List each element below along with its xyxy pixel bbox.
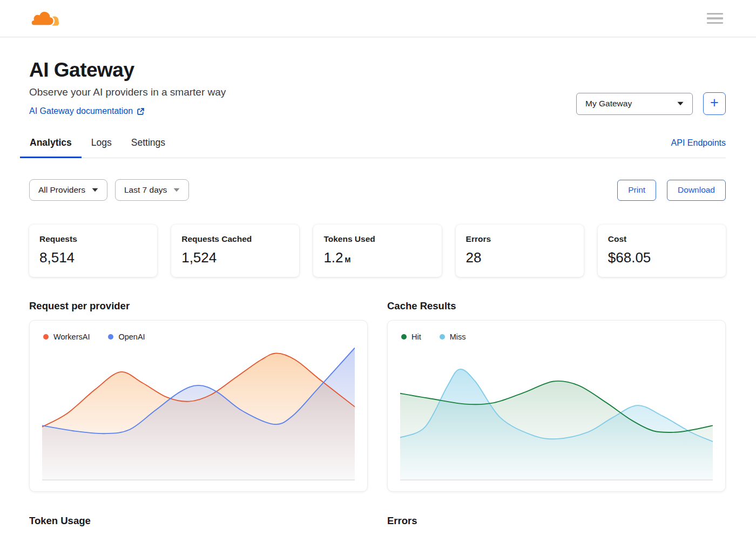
legend-item-openai: OpenAI bbox=[108, 333, 145, 341]
tab-analytics[interactable]: Analytics bbox=[20, 134, 82, 158]
plus-icon: + bbox=[710, 96, 719, 110]
legend-item-hit: Hit bbox=[401, 333, 421, 341]
page-header: AI Gateway Observe your AI providers in … bbox=[29, 59, 726, 116]
documentation-link[interactable]: AI Gateway documentation bbox=[29, 106, 145, 116]
provider-filter-dropdown[interactable]: All Providers bbox=[29, 179, 107, 201]
chart-legend: HitMiss bbox=[401, 333, 713, 341]
stat-card-tokens-used: Tokens Used 1.2M bbox=[313, 225, 441, 277]
legend-dot-icon bbox=[440, 334, 445, 340]
hamburger-menu-button[interactable] bbox=[705, 11, 725, 26]
bottom-section-titles: Token Usage Errors bbox=[29, 515, 726, 527]
hamburger-bar bbox=[707, 17, 723, 19]
chevron-down-icon bbox=[677, 101, 684, 106]
tabs: Analytics Logs Settings bbox=[20, 134, 175, 158]
external-link-icon bbox=[137, 107, 145, 116]
hamburger-bar bbox=[707, 22, 723, 24]
page-subtitle: Observe your AI providers in a smarter w… bbox=[29, 86, 226, 98]
filters-left: All Providers Last 7 days bbox=[29, 179, 189, 201]
cache-results-chart-card: HitMiss bbox=[387, 320, 726, 492]
chevron-down-icon bbox=[173, 188, 180, 192]
page-header-left: AI Gateway Observe your AI providers in … bbox=[29, 59, 226, 116]
cloudflare-logo-front-cloud bbox=[31, 11, 53, 25]
chart-legend: WorkersAIOpenAI bbox=[43, 333, 355, 341]
top-bar bbox=[0, 0, 756, 37]
main-content: AI Gateway Observe your AI providers in … bbox=[0, 59, 756, 527]
legend-label: OpenAI bbox=[118, 333, 145, 341]
cloudflare-logo bbox=[31, 10, 60, 27]
legend-item-miss: Miss bbox=[440, 333, 466, 341]
request-per-provider-chart-card: WorkersAIOpenAI bbox=[29, 320, 368, 492]
stat-value: $68.05 bbox=[608, 249, 716, 266]
legend-label: Miss bbox=[450, 333, 466, 341]
stat-card-requests: Requests 8,514 bbox=[29, 225, 157, 277]
legend-label: Hit bbox=[411, 333, 421, 341]
chart-title: Cache Results bbox=[387, 300, 726, 312]
tab-logs[interactable]: Logs bbox=[82, 134, 122, 158]
download-button[interactable]: Download bbox=[667, 180, 726, 201]
stat-card-cost: Cost $68.05 bbox=[598, 225, 726, 277]
chart-title: Request per provider bbox=[29, 300, 368, 312]
errors-title: Errors bbox=[387, 515, 726, 527]
legend-dot-icon bbox=[401, 334, 407, 340]
stat-value: 28 bbox=[466, 249, 573, 266]
tab-bar: Analytics Logs Settings API Endpoints bbox=[29, 134, 726, 158]
charts-row: Request per provider WorkersAIOpenAI Cac… bbox=[29, 300, 726, 492]
chevron-down-icon bbox=[92, 188, 98, 192]
request-per-provider-chart bbox=[42, 347, 355, 480]
legend-item-workersai: WorkersAI bbox=[43, 333, 90, 341]
legend-dot-icon bbox=[108, 334, 113, 340]
api-endpoints-link[interactable]: API Endpoints bbox=[671, 138, 726, 158]
date-range-filter-dropdown[interactable]: Last 7 days bbox=[115, 179, 189, 201]
stat-cards-row: Requests 8,514 Requests Cached 1,524 Tok… bbox=[29, 225, 726, 277]
provider-filter-value: All Providers bbox=[38, 185, 85, 195]
stat-value: 1.2M bbox=[323, 249, 431, 266]
page-header-right: My Gateway + bbox=[576, 92, 726, 116]
date-range-filter-value: Last 7 days bbox=[124, 185, 167, 195]
print-button[interactable]: Print bbox=[617, 180, 656, 201]
stat-card-requests-cached: Requests Cached 1,524 bbox=[171, 225, 299, 277]
stat-label: Requests bbox=[39, 234, 147, 244]
page-title: AI Gateway bbox=[29, 59, 226, 82]
stat-card-errors: Errors 28 bbox=[456, 225, 584, 277]
hamburger-bar bbox=[707, 13, 723, 15]
stat-label: Errors bbox=[466, 234, 573, 244]
filters-right: Print Download bbox=[617, 180, 726, 201]
stat-label: Cost bbox=[608, 234, 716, 244]
cache-results-chart bbox=[400, 347, 713, 480]
gateway-select-value: My Gateway bbox=[585, 99, 632, 108]
legend-dot-icon bbox=[43, 334, 49, 340]
documentation-link-label: AI Gateway documentation bbox=[29, 106, 133, 116]
stat-label: Tokens Used bbox=[323, 234, 431, 244]
legend-label: WorkersAI bbox=[53, 333, 90, 341]
chart-column-requests-per-provider: Request per provider WorkersAIOpenAI bbox=[29, 300, 368, 492]
filters-row: All Providers Last 7 days Print Download bbox=[29, 179, 726, 201]
add-gateway-button[interactable]: + bbox=[703, 92, 726, 115]
token-usage-title: Token Usage bbox=[29, 515, 368, 527]
stat-value: 8,514 bbox=[39, 249, 147, 266]
chart-column-cache-results: Cache Results HitMiss bbox=[387, 300, 726, 492]
gateway-select[interactable]: My Gateway bbox=[576, 93, 693, 115]
tab-settings[interactable]: Settings bbox=[122, 134, 175, 158]
stat-label: Requests Cached bbox=[181, 234, 289, 244]
stat-value: 1,524 bbox=[181, 249, 289, 266]
